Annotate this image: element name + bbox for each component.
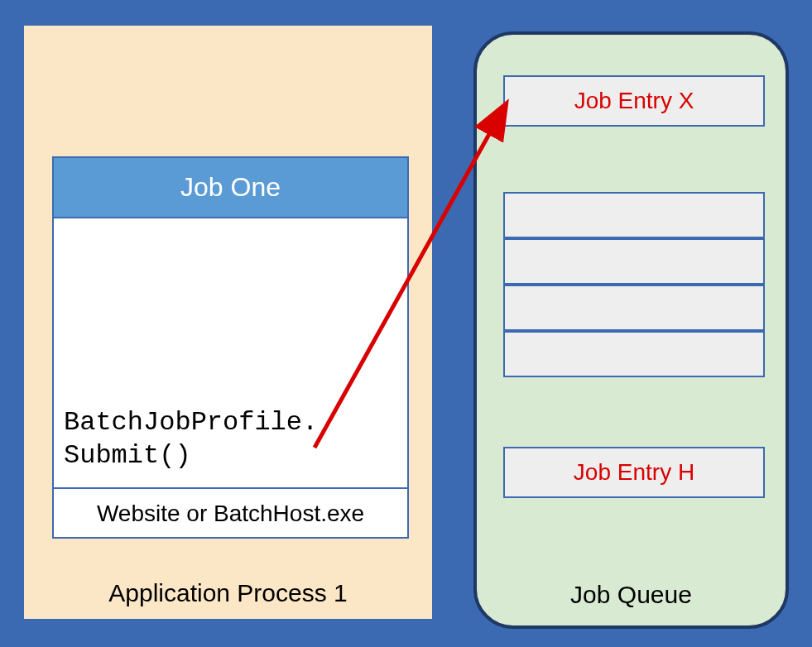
queue-entry-h: Job Entry H	[503, 447, 765, 498]
job-card: Job One BatchJobProfile. Submit() Websit…	[52, 156, 409, 539]
diagram-canvas: Job One BatchJobProfile. Submit() Websit…	[0, 0, 812, 647]
application-process-box: Job One BatchJobProfile. Submit() Websit…	[22, 24, 434, 621]
application-process-label: Application Process 1	[24, 579, 432, 607]
job-card-body: BatchJobProfile. Submit()	[54, 218, 407, 487]
queue-slot-empty	[503, 285, 765, 331]
queue-entry-x: Job Entry X	[503, 75, 765, 127]
job-card-footer: Website or BatchHost.exe	[54, 487, 407, 539]
job-queue-box: Job Entry X Job Entry H Job Queue	[473, 31, 789, 629]
code-snippet: BatchJobProfile. Submit()	[64, 406, 318, 472]
queue-slot-empty	[503, 192, 765, 238]
job-queue-label: Job Queue	[477, 581, 786, 609]
job-card-title: Job One	[54, 158, 407, 218]
queue-slot-empty	[503, 331, 765, 377]
queue-slot-empty	[503, 238, 765, 285]
